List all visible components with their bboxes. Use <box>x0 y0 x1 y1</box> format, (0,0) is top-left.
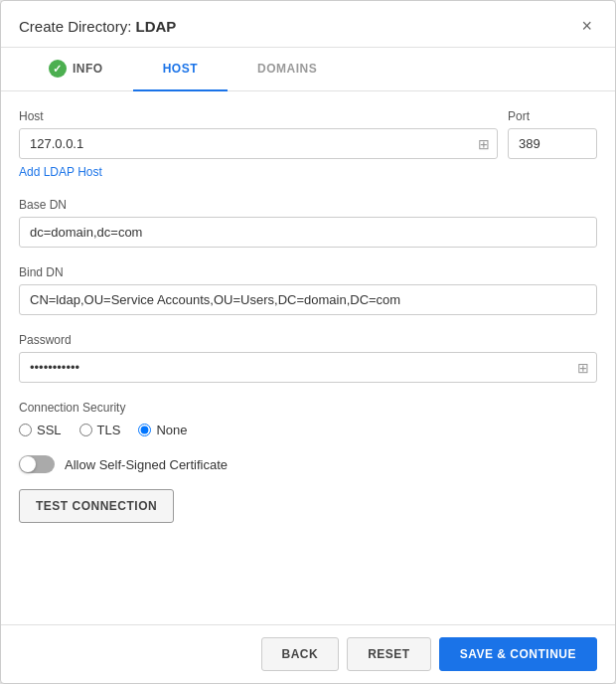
reset-button[interactable]: RESET <box>347 637 431 671</box>
connection-security-label: Connection Security <box>19 401 597 415</box>
base-dn-label: Base DN <box>19 198 597 212</box>
base-dn-input[interactable] <box>19 217 597 248</box>
tab-info[interactable]: ✓ INFO <box>19 48 133 91</box>
tab-domains[interactable]: DOMAINS <box>228 48 347 91</box>
tls-radio-item[interactable]: TLS <box>79 423 121 437</box>
base-dn-group: Base DN <box>19 198 597 248</box>
ssl-radio[interactable] <box>19 424 32 436</box>
host-copy-icon[interactable]: ⊞ <box>478 136 490 152</box>
add-ldap-host-link[interactable]: Add LDAP Host <box>19 165 102 179</box>
port-label: Port <box>508 109 597 123</box>
password-label: Password <box>19 333 597 347</box>
tab-host[interactable]: HOST <box>133 48 228 91</box>
password-group: Password ⊞ <box>19 333 597 383</box>
allow-cert-row: Allow Self-Signed Certificate <box>19 455 597 473</box>
bind-dn-group: Bind DN <box>19 265 597 315</box>
ssl-radio-item[interactable]: SSL <box>19 423 62 437</box>
create-directory-dialog: Create Directory: LDAP × ✓ INFO HOST DOM… <box>0 0 616 684</box>
close-button[interactable]: × <box>576 15 597 37</box>
tls-radio[interactable] <box>79 424 92 436</box>
none-radio-item[interactable]: None <box>138 423 187 437</box>
host-label: Host <box>19 109 498 123</box>
password-input[interactable] <box>19 352 597 383</box>
dialog-body: Host ⊞ Port Add LDAP Host Base DN Bind D… <box>1 91 615 624</box>
host-port-group: Host ⊞ Port Add LDAP Host <box>19 109 597 180</box>
bind-dn-input[interactable] <box>19 284 597 315</box>
port-input[interactable] <box>508 128 597 159</box>
allow-cert-toggle[interactable] <box>19 455 55 473</box>
connection-security-group: Connection Security SSL TLS None <box>19 401 597 437</box>
password-copy-icon[interactable]: ⊞ <box>577 360 589 376</box>
allow-cert-label: Allow Self-Signed Certificate <box>65 457 228 472</box>
dialog-footer: BACK RESET SAVE & CONTINUE <box>1 624 615 683</box>
save-continue-button[interactable]: SAVE & CONTINUE <box>439 637 597 671</box>
dialog-title: Create Directory: LDAP <box>19 18 176 35</box>
bind-dn-label: Bind DN <box>19 265 597 279</box>
info-check-icon: ✓ <box>49 60 67 78</box>
host-input[interactable] <box>19 128 498 159</box>
tab-bar: ✓ INFO HOST DOMAINS <box>1 48 615 91</box>
dialog-header: Create Directory: LDAP × <box>1 1 615 48</box>
back-button[interactable]: BACK <box>261 637 340 671</box>
test-connection-button[interactable]: TEST CONNECTION <box>19 489 174 523</box>
none-radio[interactable] <box>138 424 151 436</box>
toggle-knob <box>20 456 36 472</box>
security-radio-group: SSL TLS None <box>19 423 597 437</box>
